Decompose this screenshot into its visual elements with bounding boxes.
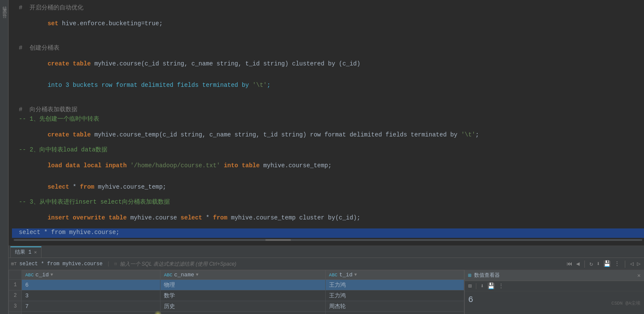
save-icon[interactable]: 💾 bbox=[602, 260, 611, 267]
tab-close-icon[interactable]: ✕ bbox=[34, 249, 37, 255]
nav-first-icon[interactable]: ⏮ bbox=[566, 261, 573, 267]
code-content-13: select * from myhive.course_temp; bbox=[12, 177, 166, 197]
vi-more2-icon[interactable]: ⋮ bbox=[497, 282, 505, 290]
kw-semi: ; bbox=[267, 82, 270, 89]
code-line-11: -- 2、向中转表load data数据 bbox=[12, 145, 644, 155]
col-dropdown-c_id[interactable]: ▼ bbox=[50, 273, 53, 277]
code-line-2: set hive.enforce.bucketing=true; bbox=[12, 13, 644, 34]
query-separator: | bbox=[107, 261, 110, 267]
table-header: ABC c_id ▼ ABC c_name ▼ bbox=[9, 270, 464, 280]
query-bar: ⊞T select * from myhive.course | ⊞ ⏮ ◀ |… bbox=[9, 258, 644, 270]
tab-result1-label: 结果 1 bbox=[15, 249, 31, 256]
code-line-3 bbox=[12, 34, 644, 44]
vi-save2-icon[interactable]: 💾 bbox=[487, 282, 496, 290]
code-line-10: create table myhive.course_temp(c_id str… bbox=[12, 124, 644, 145]
code-content-10: create table myhive.course_temp(c_id str… bbox=[12, 124, 479, 145]
value-inspector-title: ⊞ 数值查看器 bbox=[468, 272, 500, 279]
vi-grid-icon: ⊞ bbox=[468, 272, 472, 279]
download-icon[interactable]: ⬇ bbox=[596, 260, 601, 267]
sidebar-icon-1[interactable]: 结 bbox=[0, 2, 8, 3]
value-inspector-close[interactable]: ✕ bbox=[637, 272, 641, 279]
separator3: | bbox=[623, 260, 627, 268]
scroll-thumb[interactable] bbox=[265, 239, 291, 241]
comment-line-4: # 创建分桶表 bbox=[12, 44, 59, 52]
vi-view1-icon[interactable]: ⊞ bbox=[467, 282, 472, 290]
cell-t_id[interactable]: 周杰轮 bbox=[325, 301, 464, 312]
horizontal-scrollbar[interactable] bbox=[12, 238, 644, 242]
col-header-c_name[interactable]: ABC c_name ▼ bbox=[160, 270, 326, 280]
left-sidebar: 结 果 控 台 bbox=[0, 0, 9, 314]
cell-t_id[interactable]: 王力鸿 bbox=[325, 290, 464, 301]
scroll-track bbox=[14, 239, 642, 241]
code-line-4: # 创建分桶表 bbox=[12, 44, 644, 53]
table-header-row: ABC c_id ▼ ABC c_name ▼ bbox=[9, 270, 464, 280]
code-line-8: # 向分桶表加载数据 bbox=[12, 105, 644, 115]
query-toolbar-right: ⏮ ◀ | ↻ ⬇ 💾 ⋮ | ◁ ▷ bbox=[566, 260, 641, 268]
code-line-9: -- 1、先创建一个临时中转表 bbox=[12, 115, 644, 124]
code-line-7 bbox=[12, 96, 644, 105]
code-line-13: select * from myhive.course_temp; bbox=[12, 176, 644, 198]
code-content-12: load data local inpath '/home/hadoop/cou… bbox=[12, 155, 332, 176]
col-header-c_id[interactable]: ABC c_id ▼ bbox=[22, 270, 160, 280]
comment-line-8: # 向分桶表加载数据 bbox=[12, 106, 77, 113]
kw-load: load data local inpath bbox=[47, 162, 130, 169]
cell-c_id[interactable]: 7 bbox=[22, 301, 160, 312]
kw-star2: * bbox=[202, 214, 213, 221]
cell-t_id[interactable]: 周杰轮 bbox=[325, 312, 464, 314]
cell-c_name[interactable]: 历史 bbox=[160, 301, 326, 312]
main-content: # 开启分桶的自动优化 set hive.enforce.bucketing=t… bbox=[9, 0, 644, 314]
kw-string-t2: '\t' bbox=[461, 131, 475, 138]
tab-result1[interactable]: 结果 1 ✕ bbox=[10, 246, 42, 258]
kw-value: hive.enforce.bucketing=true; bbox=[58, 20, 163, 27]
cell-c_id[interactable]: 3 bbox=[22, 290, 160, 301]
row-num-cell: 4 bbox=[9, 312, 22, 314]
code-line-6: into 3 buckets row format delimited fiel… bbox=[12, 74, 644, 96]
code-content-5: create table myhive.course(c_id string, … bbox=[12, 53, 360, 74]
cell-c_name[interactable]: 物理 bbox=[160, 280, 326, 290]
col-header-t_id[interactable]: ABC t_id ▼ bbox=[325, 270, 464, 280]
vi-download2-icon[interactable]: ⬇ bbox=[480, 282, 485, 290]
sidebar-icon-4[interactable]: 台 bbox=[0, 9, 8, 11]
sidebar-icon-3[interactable]: 控 bbox=[0, 7, 8, 9]
vi-sep1: | bbox=[474, 283, 478, 290]
kw-string-t: '\t' bbox=[252, 82, 267, 89]
filter-right-icon[interactable]: ▷ bbox=[636, 260, 641, 267]
table-body: 16物理王力鸿23数学王力鸿37历史周杰轮44音乐周杰轮51语文周杰轮65体育林… bbox=[9, 280, 464, 314]
filter-input[interactable] bbox=[120, 261, 564, 267]
comment-line-14: -- 3、从中转表进行insert select向分桶表加载数据 bbox=[12, 198, 170, 206]
table-row[interactable]: 37历史周杰轮 bbox=[9, 301, 464, 312]
filter-left-icon[interactable]: ◁ bbox=[629, 260, 634, 267]
row-num-cell: 2 bbox=[9, 290, 22, 301]
table-row[interactable]: 23数学王力鸿 bbox=[9, 290, 464, 301]
cell-c_name[interactable]: 音乐 bbox=[160, 312, 326, 314]
more-icon[interactable]: ⋮ bbox=[613, 260, 621, 267]
cell-t_id[interactable]: 王力鸿 bbox=[325, 280, 464, 290]
kw-from1: from bbox=[80, 184, 95, 190]
sidebar-icon-2[interactable]: 果 bbox=[0, 4, 8, 6]
code-line-16[interactable]: select * from myhive.course; bbox=[12, 228, 644, 238]
col-dropdown-c_name[interactable]: ▼ bbox=[196, 273, 199, 277]
code-content-6: into 3 buckets row format delimited fiel… bbox=[12, 75, 270, 95]
cursor-area: ABC c_id ▼ ABC c_name ▼ bbox=[9, 270, 464, 314]
kw-star1: * bbox=[69, 184, 80, 190]
data-table-area[interactable]: ABC c_id ▼ ABC c_name ▼ bbox=[9, 270, 464, 314]
code-line-5: create table myhive.course(c_id string, … bbox=[12, 53, 644, 74]
nav-prev-icon[interactable]: ◀ bbox=[575, 260, 580, 267]
table-row[interactable]: 44音乐周杰轮 bbox=[9, 312, 464, 314]
col-dropdown-t_id[interactable]: ▼ bbox=[354, 273, 357, 277]
cell-c_id[interactable]: 4 bbox=[22, 312, 160, 314]
row-num-cell: 3 bbox=[9, 301, 22, 312]
kw-set: set bbox=[47, 20, 58, 27]
col-name-c_name: c_name bbox=[174, 272, 194, 278]
table-row[interactable]: 16物理王力鸿 bbox=[9, 280, 464, 290]
cell-c_id[interactable]: 6 bbox=[22, 280, 160, 290]
refresh-icon[interactable]: ↻ bbox=[588, 260, 594, 267]
watermark: CSDN @A尘埃 bbox=[611, 300, 641, 306]
row-num-header bbox=[9, 270, 22, 280]
query-text: select * from myhive.course bbox=[19, 261, 102, 267]
cell-c_name[interactable]: 数学 bbox=[160, 290, 326, 301]
code-content-15: insert overwrite table myhive.course sel… bbox=[12, 207, 360, 228]
kw-course-temp: myhive.course_temp; bbox=[260, 162, 332, 169]
kw-semi2: ; bbox=[475, 131, 479, 138]
comment-line-9: -- 1、先创建一个临时中转表 bbox=[12, 115, 99, 123]
